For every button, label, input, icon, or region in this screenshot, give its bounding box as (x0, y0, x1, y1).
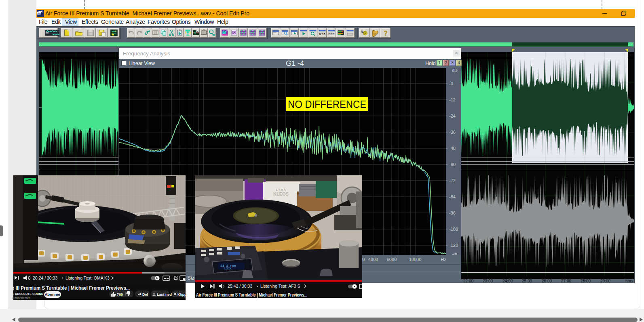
svg-text:z: z (197, 30, 198, 33)
svg-text:LYRA: LYRA (276, 188, 287, 191)
svg-text:-24: -24 (449, 114, 456, 118)
svg-text:20:24 / 30:33: 20:24 / 30:33 (33, 276, 57, 280)
svg-text:760: 760 (117, 293, 123, 297)
svg-text:0:15: 0:15 (319, 32, 325, 36)
svg-text:-108: -108 (449, 227, 458, 232)
svg-text:KLEOS: KLEOS (273, 192, 289, 196)
svg-text:LOCK: LOCK (224, 267, 232, 270)
svg-text:4000: 4000 (368, 257, 378, 262)
svg-text:Klipp: Klipp (177, 293, 186, 297)
svg-text:?: ? (384, 30, 388, 37)
svg-text:-72: -72 (449, 178, 456, 183)
svg-text:-60: -60 (449, 162, 456, 167)
svg-text:23:00: 23:00 (483, 279, 493, 283)
svg-text:Listening Test: OMA K3: Listening Test: OMA K3 (65, 276, 110, 280)
svg-text:10000: 10000 (409, 257, 422, 262)
svg-text:25:42 / 30:33: 25:42 / 30:33 (228, 284, 252, 288)
svg-text:Del: Del (142, 293, 148, 297)
svg-text:NO DIFFERENCE: NO DIFFERENCE (288, 98, 366, 110)
svg-text:22:00: 22:00 (463, 279, 473, 283)
svg-text:-12: -12 (449, 97, 456, 102)
svg-text:-0: -0 (449, 81, 453, 86)
svg-text:-36: -36 (449, 130, 456, 135)
svg-text:24:00: 24:00 (503, 279, 513, 283)
svg-text:Hz: Hz (441, 257, 446, 262)
svg-text:Listening Test: AF3 S: Listening Test: AF3 S (260, 284, 300, 288)
svg-text:-96: -96 (449, 210, 456, 215)
svg-text:25:00: 25:00 (522, 279, 532, 283)
svg-text:-120: -120 (449, 243, 458, 248)
svg-text:hms: hms (625, 279, 633, 283)
svg-text:EEE: EEE (328, 32, 334, 36)
svg-text:26:00: 26:00 (542, 279, 552, 283)
svg-text:6000: 6000 (387, 257, 397, 262)
svg-text:Last ned: Last ned (157, 293, 172, 297)
svg-text:-84: -84 (449, 194, 456, 199)
svg-text:27:00: 27:00 (561, 279, 571, 283)
svg-text:dB: dB (452, 68, 457, 73)
svg-text:-48: -48 (449, 146, 456, 151)
svg-text:28:00: 28:00 (581, 279, 591, 283)
svg-text:29:00: 29:00 (600, 279, 610, 283)
